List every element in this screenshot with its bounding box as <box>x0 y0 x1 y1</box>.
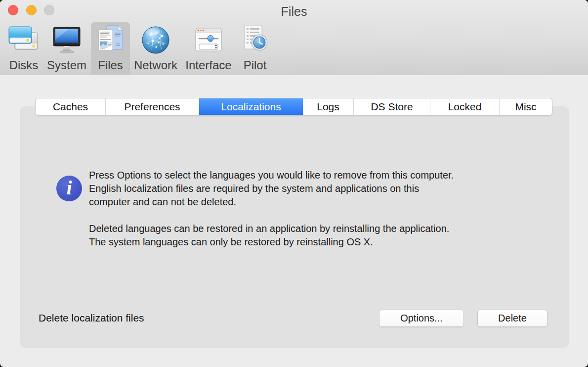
toolbar-item-files[interactable]: Files <box>91 22 130 75</box>
info-paragraph-2: Deleted languages can be restored in an … <box>89 222 514 249</box>
app-window: Files <box>0 0 588 367</box>
tab-caches[interactable]: Caches <box>36 98 106 115</box>
titlebar-toolbar: Files <box>0 0 588 75</box>
toolbar-item-label: Files <box>91 58 130 72</box>
toolbar-item-label: Disks <box>6 58 42 72</box>
toolbar-item-disks[interactable]: Disks <box>6 22 42 75</box>
info-icon-glyph: i <box>66 177 72 199</box>
action-label: Delete localization files <box>39 311 144 325</box>
tab-localizations[interactable]: Localizations <box>199 98 303 115</box>
toolbar-item-label: Network <box>131 58 180 72</box>
delete-button[interactable]: Delete <box>477 310 547 327</box>
toolbar-item-label: System <box>45 58 88 72</box>
toolbar-item-label: Pilot <box>239 58 271 72</box>
tab-bar: Caches Preferences Localizations Logs DS… <box>36 98 552 115</box>
info-icon: i <box>56 176 82 201</box>
toolbar-item-system[interactable]: System <box>45 22 88 75</box>
interface-icon <box>193 24 224 55</box>
toolbar-item-network[interactable]: Network <box>131 22 180 75</box>
toolbar-item-pilot[interactable]: Pilot <box>239 22 271 75</box>
tab-locked[interactable]: Locked <box>430 98 500 115</box>
window-title: Files <box>0 4 588 19</box>
system-icon <box>51 24 83 55</box>
info-paragraph-1: Press Options to select the languages yo… <box>89 169 514 209</box>
tab-ds-store[interactable]: DS Store <box>354 98 430 115</box>
disks-icon <box>8 24 40 55</box>
pilot-icon <box>239 24 271 55</box>
files-icon <box>95 24 126 55</box>
options-button[interactable]: Options... <box>379 310 464 327</box>
toolbar-item-label: Interface <box>181 58 236 72</box>
tab-logs[interactable]: Logs <box>303 98 354 115</box>
network-icon <box>140 24 171 55</box>
tab-preferences[interactable]: Preferences <box>106 98 199 115</box>
toolbar-item-interface[interactable]: Interface <box>181 22 236 75</box>
tab-misc[interactable]: Misc <box>500 98 552 115</box>
